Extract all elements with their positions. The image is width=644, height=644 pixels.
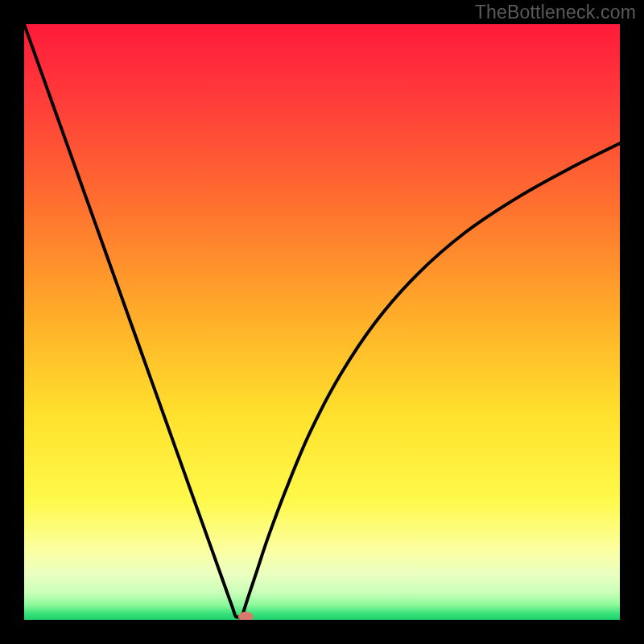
watermark-text: TheBottleneck.com bbox=[475, 2, 636, 23]
chart-frame: TheBottleneck.com bbox=[0, 0, 644, 644]
plot-background bbox=[24, 24, 620, 620]
optimal-point-marker bbox=[238, 612, 253, 620]
chart-plot bbox=[24, 24, 620, 620]
